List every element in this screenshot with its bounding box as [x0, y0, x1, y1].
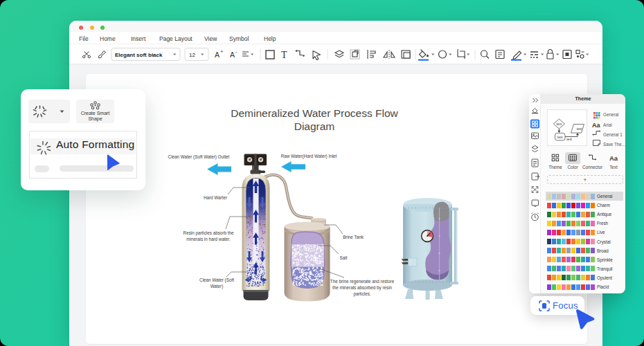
svg-text:Aa: Aa: [609, 154, 618, 162]
svg-text:+: +: [220, 48, 224, 55]
svg-text:Connector: Connector: [582, 165, 602, 170]
svg-text:-: -: [235, 48, 238, 55]
svg-text:Text: Text: [609, 165, 618, 170]
svg-text:Theme: Theme: [548, 165, 562, 170]
svg-text:A: A: [230, 51, 235, 59]
svg-text:text: text: [577, 127, 582, 131]
svg-text:text: text: [557, 122, 562, 126]
svg-text:12: 12: [189, 52, 195, 58]
svg-text:text: text: [557, 136, 563, 139]
svg-text:text: text: [566, 138, 572, 141]
svg-text:Shape: Shape: [88, 116, 102, 122]
svg-text:Create Smart: Create Smart: [81, 111, 110, 116]
svg-text:Elegant soft black: Elegant soft black: [115, 52, 163, 58]
svg-text:T: T: [281, 50, 287, 60]
svg-text:Aa: Aa: [592, 122, 600, 129]
svg-text:Color: Color: [567, 165, 578, 170]
svg-text:A: A: [215, 51, 220, 59]
